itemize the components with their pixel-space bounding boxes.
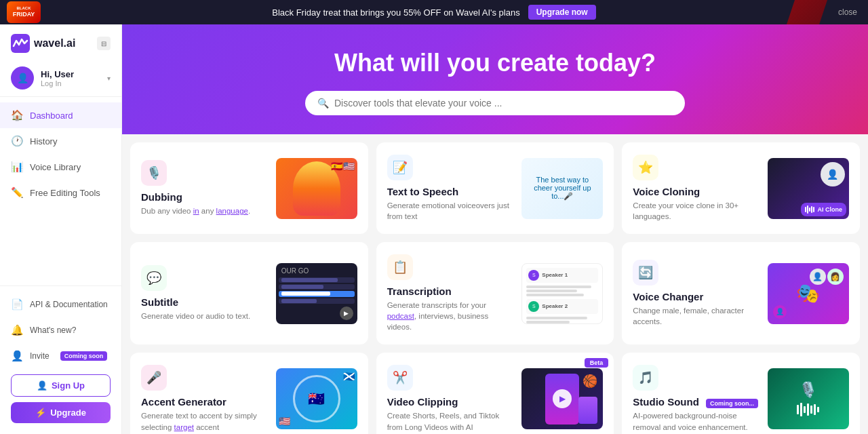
ai-clone-badge: AI Clone bbox=[801, 203, 846, 216]
tool-card-left-cloning: ⭐ Voice Cloning Create your voice clone … bbox=[633, 155, 758, 222]
sidebar-header: wavel.ai ⊟ bbox=[0, 24, 121, 60]
tool-card-accent-generator[interactable]: 🎤 Accent Generator Generate text to acce… bbox=[130, 353, 368, 434]
logo-text: wavel.ai bbox=[34, 37, 75, 50]
coming-soon-badge: Coming soon bbox=[60, 351, 108, 361]
dubbing-tool-icon: 🎙️ bbox=[141, 160, 167, 186]
upgrade-button[interactable]: ⚡ Upgrade bbox=[11, 402, 111, 423]
subtitle-preview: OUR GO ▶ bbox=[276, 263, 357, 324]
black-friday-logo: BLACK FRIDAY bbox=[7, 1, 41, 23]
tts-name: Text to Speech bbox=[387, 186, 513, 197]
studio-sound-preview: 🎙️ bbox=[768, 368, 849, 429]
video-clipping-preview: 🏀 ▶ bbox=[521, 368, 603, 429]
voice-changer-name: Voice Changer bbox=[633, 291, 758, 302]
tool-card-text-to-speech[interactable]: 📝 Text to Speech Generate emotional voic… bbox=[376, 142, 614, 234]
subtitle-tool-icon: 💬 bbox=[141, 265, 167, 291]
avatar: 👤 bbox=[11, 66, 34, 90]
chevron-down-icon: ▾ bbox=[107, 75, 111, 82]
sidebar-item-whats-new[interactable]: 🔔 What's new? bbox=[0, 317, 121, 343]
banner-close-button[interactable]: close bbox=[838, 7, 857, 17]
sidebar-item-dashboard[interactable]: 🏠 Dashboard bbox=[0, 102, 121, 128]
transcription-desc: Generate transcripts for your podcast, i… bbox=[387, 300, 513, 332]
tool-card-video-clipping[interactable]: Beta ✂️ Video Clipping Create Shorts, Re… bbox=[376, 353, 614, 434]
tool-card-voice-changer[interactable]: 🔄 Voice Changer Change male, female, cha… bbox=[622, 242, 860, 344]
editing-tools-label: Free Editing Tools bbox=[30, 188, 100, 198]
accent-generator-desc: Generate text to accent by simply select… bbox=[141, 410, 267, 432]
dubbing-preview: 🇪🇸 🇺🇸 bbox=[276, 158, 357, 219]
invite-icon: 👤 bbox=[11, 350, 23, 362]
play-button-icon: ▶ bbox=[553, 389, 572, 408]
studio-sound-desc: AI-powered background-noise removal and … bbox=[633, 410, 758, 432]
api-docs-label: API & Documentation bbox=[30, 300, 108, 309]
sidebar-item-invite[interactable]: 👤 Invite Coming soon bbox=[0, 343, 121, 369]
dubbing-desc: Dub any video in any language. bbox=[141, 205, 267, 216]
sidebar-collapse-button[interactable]: ⊟ bbox=[97, 37, 111, 50]
tts-tool-icon: 📝 bbox=[387, 155, 413, 180]
voice-cloning-name: Voice Cloning bbox=[633, 186, 758, 197]
api-docs-icon: 📄 bbox=[11, 298, 23, 311]
tool-card-left-studio: 🎵 Studio Sound Coming soon... AI-powered… bbox=[633, 365, 758, 432]
tool-card-studio-sound[interactable]: 🎵 Studio Sound Coming soon... AI-powered… bbox=[622, 353, 860, 434]
tools-grid: 🎙️ Dubbing Dub any video in any language… bbox=[122, 134, 868, 434]
tool-card-left-video: ✂️ Video Clipping Create Shorts, Reels, … bbox=[387, 365, 513, 432]
sidebar-item-voice-library[interactable]: 📊 Voice Library bbox=[0, 154, 121, 180]
tool-card-left-transcription: 📋 Transcription Generate transcripts for… bbox=[387, 254, 513, 332]
banner-decoration bbox=[787, 0, 827, 24]
voice-library-label: Voice Library bbox=[30, 162, 81, 172]
hero-title: What will you create today? bbox=[136, 49, 854, 77]
sidebar: wavel.ai ⊟ 👤 Hi, User Log In ▾ 🏠 Dashboa… bbox=[0, 24, 122, 434]
accent-generator-tool-icon: 🎤 bbox=[141, 365, 167, 391]
tool-card-left-voice-changer: 🔄 Voice Changer Change male, female, cha… bbox=[633, 260, 758, 327]
tts-desc: Generate emotional voiceovers just from … bbox=[387, 200, 513, 222]
accent-generator-preview: 🏴󠁧󠁢󠁳󠁣󠁴󠁿 🇦🇺 🇺🇸 bbox=[276, 368, 357, 429]
top-banner: BLACK FRIDAY Black Friday treat that bri… bbox=[0, 0, 868, 24]
voice-changer-desc: Change male, female, character accents. bbox=[633, 305, 758, 327]
video-clipping-tool-icon: ✂️ bbox=[387, 365, 413, 391]
voice-cloning-desc: Create your voice clone in 30+ languages… bbox=[633, 200, 758, 222]
banner-upgrade-button[interactable]: Upgrade now bbox=[528, 5, 596, 20]
studio-sound-name: Studio Sound Coming soon... bbox=[633, 396, 758, 408]
dubbing-name: Dubbing bbox=[141, 191, 267, 203]
user-section[interactable]: 👤 Hi, User Log In ▾ bbox=[0, 60, 121, 97]
transcription-preview: S Speaker 1 S Speaker 2 bbox=[521, 263, 603, 324]
tool-card-dubbing[interactable]: 🎙️ Dubbing Dub any video in any language… bbox=[130, 142, 368, 234]
sidebar-item-history[interactable]: 🕐 History bbox=[0, 128, 121, 154]
sign-up-button[interactable]: 👤 Sign Up bbox=[11, 374, 111, 397]
signup-icon: 👤 bbox=[37, 380, 47, 391]
studio-coming-soon-badge: Coming soon... bbox=[706, 399, 758, 408]
voice-changer-tool-icon: 🔄 bbox=[633, 260, 658, 285]
user-info: Hi, User Log In bbox=[41, 69, 100, 87]
us-flag: 🇺🇸 bbox=[343, 161, 355, 172]
voice-cloning-preview: 👤 AI Clone bbox=[768, 158, 849, 219]
upgrade-label: Upgrade bbox=[50, 408, 86, 418]
subtitle-desc: Generate video or audio to text. bbox=[141, 311, 267, 321]
user-login: Log In bbox=[41, 79, 100, 87]
subtitle-name: Subtitle bbox=[141, 296, 267, 308]
accent-generator-name: Accent Generator bbox=[141, 396, 267, 408]
sign-up-label: Sign Up bbox=[52, 380, 85, 391]
beta-badge: Beta bbox=[585, 358, 609, 368]
nav-items: 🏠 Dashboard 🕐 History 📊 Voice Library ✏️… bbox=[0, 97, 121, 285]
upgrade-icon: ⚡ bbox=[35, 408, 46, 418]
sidebar-item-api-docs[interactable]: 📄 API & Documentation bbox=[0, 292, 121, 317]
tool-card-left-subtitle: 💬 Subtitle Generate video or audio to te… bbox=[141, 265, 267, 321]
accent-circle: 🇦🇺 bbox=[293, 375, 340, 422]
tts-preview: The best way to cheer yourself up to...🎤 bbox=[521, 158, 603, 219]
history-label: History bbox=[30, 136, 57, 146]
tool-card-transcription[interactable]: 📋 Transcription Generate transcripts for… bbox=[376, 242, 614, 344]
invite-label: Invite bbox=[30, 351, 50, 361]
dashboard-label: Dashboard bbox=[30, 111, 73, 121]
tool-card-subtitle[interactable]: 💬 Subtitle Generate video or audio to te… bbox=[130, 242, 368, 344]
history-icon: 🕐 bbox=[11, 135, 23, 147]
tool-card-left-tts: 📝 Text to Speech Generate emotional voic… bbox=[387, 155, 513, 222]
tool-card-left-accent: 🎤 Accent Generator Generate text to acce… bbox=[141, 365, 267, 432]
sidebar-bottom: 📄 API & Documentation 🔔 What's new? 👤 In… bbox=[0, 285, 121, 434]
tool-card-voice-cloning[interactable]: ⭐ Voice Cloning Create your voice clone … bbox=[622, 142, 860, 234]
spain-flag: 🇪🇸 bbox=[331, 161, 342, 172]
video-clipping-desc: Create Shorts, Reels, and Tiktok from Lo… bbox=[387, 410, 513, 432]
sidebar-item-free-editing-tools[interactable]: ✏️ Free Editing Tools bbox=[0, 180, 121, 205]
search-input[interactable] bbox=[334, 98, 673, 108]
banner-text: Black Friday treat that brings you 55% O… bbox=[272, 7, 519, 18]
content-area: What will you create today? 🔍 🎙️ Dubbing… bbox=[122, 24, 868, 434]
hero-banner: What will you create today? 🔍 bbox=[122, 24, 868, 134]
video-clipping-name: Video Clipping bbox=[387, 396, 513, 408]
